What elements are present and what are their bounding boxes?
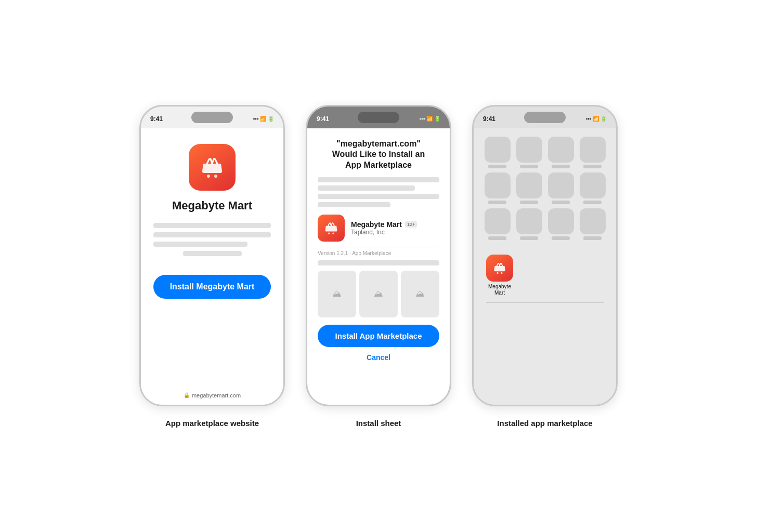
img-icon-2: ⛰ [374,288,383,299]
installed-basket-icon [492,261,507,275]
home-label-11 [552,236,570,240]
home-label-5 [488,201,507,204]
home-cell-8 [579,172,606,204]
sheet-ph-4 [318,202,390,207]
home-label-7 [552,201,570,204]
home-icon-9 [485,208,511,234]
home-cell-9 [484,208,511,240]
svg-point-0 [207,175,210,178]
home-label-12 [583,236,602,240]
screenshot-3: ⛰ [401,271,439,317]
home-label-1 [488,165,507,168]
ph-line-2 [153,232,271,237]
home-label-8 [583,201,602,204]
installed-app-icon [486,255,513,282]
svg-point-4 [497,272,498,273]
installed-app-label: Megabyte Mart [488,284,511,296]
phone1-col: 9:41 ▪▪▪ 📶 🔋 Megabyte Mart [139,105,285,428]
home-top-grid [478,132,612,244]
sheet-basket-icon [323,220,339,236]
phone1-placeholder-lines [153,223,271,256]
home-cell-4 [579,137,606,168]
svg-point-1 [214,175,217,178]
phone3-label: Installed app marketplace [497,419,592,428]
home-row-3 [484,208,606,240]
home-icon-8 [580,172,606,198]
home-icon-1 [485,137,511,163]
phone3-frame: 9:41 ▪▪▪ 📶 🔋 [472,105,618,406]
install-sheet: "megabytemart.com" Would Like to Install… [307,128,450,405]
img-icon-3: ⛰ [415,288,425,299]
home-icon-12 [580,208,606,234]
phone2-label: Install sheet [356,419,401,428]
home-cell-3 [547,137,574,168]
svg-point-3 [332,232,334,234]
lock-icon: 🔒 [184,392,190,398]
phone2-status-icons: ▪▪▪ 📶 🔋 [420,116,440,122]
sheet-divider-line [318,260,439,265]
home-icon-10 [516,208,542,234]
phone1-dynamic-island [191,112,233,123]
phone3-col: 9:41 ▪▪▪ 📶 🔋 [472,105,618,428]
phone3-dynamic-island [524,112,566,123]
screenshot-row: ⛰ ⛰ ⛰ [318,271,439,317]
phone1-bottom: 🔒 megabytemart.com [141,392,283,398]
home-divider [486,302,604,303]
home-cell-10 [516,208,542,240]
phone1-app-icon [189,144,236,191]
home-label-10 [520,236,539,240]
phone1-content: Megabyte Mart Install Megabyte Mart 🔒 me… [141,128,283,405]
phone3-status-icons: ▪▪▪ 📶 🔋 [586,116,607,122]
home-row-1 [484,137,606,168]
phone2-col: 9:41 ▪▪▪ 📶 🔋 "megabytemart.com" Would Li… [306,105,451,428]
install-app-marketplace-button[interactable]: Install App Marketplace [318,325,439,347]
home-icon-4 [580,137,606,163]
sheet-ph-1 [318,177,439,182]
phone3-content: Megabyte Mart [474,128,616,405]
home-cell-12 [579,208,606,240]
megabyte-mart-home-icon[interactable]: Megabyte Mart [486,255,513,296]
home-cell-6 [516,172,542,204]
ph-line-1 [153,223,271,228]
svg-point-2 [328,232,330,234]
home-label-6 [520,201,539,204]
app-row-info: Megabyte Mart 12+ Tapland, Inc [351,220,417,236]
svg-point-5 [501,272,502,273]
home-icon-3 [548,137,574,163]
screenshot-1: ⛰ [318,271,356,317]
phone2-frame: 9:41 ▪▪▪ 📶 🔋 "megabytemart.com" Would Li… [306,105,451,406]
phones-row: 9:41 ▪▪▪ 📶 🔋 Megabyte Mart [139,105,618,428]
phone1-label: App marketplace website [165,419,259,428]
sheet-title: "megabytemart.com" Would Like to Install… [318,139,439,171]
img-icon-1: ⛰ [332,288,342,299]
url-text: megabytemart.com [192,392,241,398]
home-cell-7 [547,172,574,204]
home-icon-6 [516,172,542,198]
install-megabyte-mart-button[interactable]: Install Megabyte Mart [153,275,271,299]
home-icon-2 [516,137,542,163]
url-bar: 🔒 megabytemart.com [141,392,283,398]
home-label-3 [552,165,570,168]
cancel-button[interactable]: Cancel [318,351,439,364]
age-badge: 12+ [405,221,417,228]
ph-line-3 [153,242,247,247]
phone2-time: 9:41 [317,115,329,123]
home-label-4 [583,165,602,168]
app-row-name: Megabyte Mart 12+ [351,220,417,229]
phone1-time: 9:41 [150,115,163,123]
app-developer: Tapland, Inc [351,229,417,236]
ph-line-4 [183,251,242,256]
screenshot-2: ⛰ [359,271,398,317]
home-icon-7 [548,172,574,198]
sheet-ph-3 [318,194,439,199]
phone2-dynamic-island [358,112,399,123]
sheet-placeholder-lines [318,177,439,207]
sheet-ph-2 [318,185,415,191]
home-cell-11 [547,208,574,240]
basket-icon [199,154,225,180]
phone1-status-icons: ▪▪▪ 📶 🔋 [253,116,274,122]
home-cell-2 [516,137,542,168]
phone1-frame: 9:41 ▪▪▪ 📶 🔋 Megabyte Mart [139,105,285,406]
app-row: Megabyte Mart 12+ Tapland, Inc [318,215,439,247]
lower-home: Megabyte Mart [478,244,612,296]
